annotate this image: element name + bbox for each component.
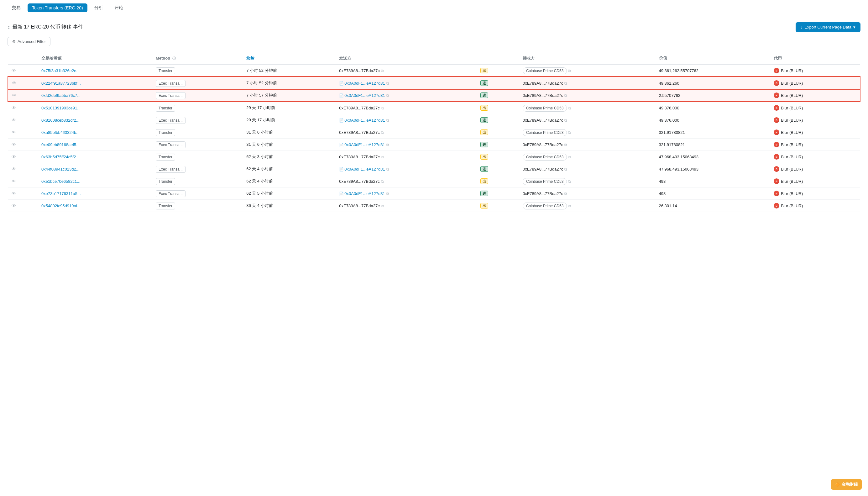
eye-icon[interactable]: 👁 [12, 167, 16, 171]
copy-icon[interactable]: ⧉ [568, 155, 571, 159]
eye-icon[interactable]: 👁 [12, 142, 16, 147]
to-address: 0xE789A8...77Bda27c [523, 118, 563, 123]
nav-item-交易[interactable]: 交易 [7, 3, 25, 13]
col-eye [8, 52, 37, 65]
copy-icon[interactable]: ⧉ [564, 143, 567, 147]
nav-item-评论[interactable]: 评论 [110, 3, 128, 13]
table-row: 👁0x81608ceb832df2...Exec Transa...29 天 1… [8, 114, 860, 126]
eye-icon[interactable]: 👁 [12, 191, 16, 196]
tx-hash-link[interactable]: 0xa85bfbb4ff3324b... [42, 130, 80, 135]
copy-icon[interactable]: ⧉ [568, 179, 571, 184]
value-text: 47,968,493.15068493 [659, 155, 699, 159]
nav-item-分析[interactable]: 分析 [90, 3, 108, 13]
copy-icon[interactable]: ⧉ [386, 118, 389, 123]
method-badge: Transfer [156, 129, 175, 136]
tx-hash-link[interactable]: 0x63b5d75ff24c5f2... [42, 155, 79, 159]
col-age[interactable]: 块龄 [243, 52, 335, 65]
tx-hash-link[interactable]: 0x44f08941c023d2... [42, 167, 79, 171]
eye-icon[interactable]: 👁 [12, 203, 16, 208]
from-address-link[interactable]: 0x0A0dF1...eA127d31 [344, 191, 385, 196]
tx-hash-link[interactable]: 0xfd2dbf9a5ba76c7... [42, 93, 81, 98]
copy-icon[interactable]: ⧉ [386, 167, 389, 171]
from-address-link[interactable]: 0x0A0dF1...eA127d31 [344, 142, 385, 147]
direction-out-badge: 出 [480, 68, 488, 73]
copy-icon[interactable]: ⧉ [381, 204, 384, 208]
copy-icon[interactable]: ⧉ [568, 130, 571, 135]
file-icon: 📄 [339, 118, 344, 123]
age-text: 29 天 17 小时前 [246, 118, 275, 122]
copy-icon[interactable]: ⧉ [568, 106, 571, 110]
copy-icon[interactable]: ⧉ [381, 179, 384, 184]
tx-hash-link[interactable]: 0xe73b17176311a5... [42, 191, 81, 196]
eye-icon[interactable]: 👁 [12, 105, 16, 110]
copy-icon[interactable]: ⧉ [564, 191, 567, 196]
title-row: ↕ 最新 17 ERC-20 代币 转移 事件 ↓ Export Current… [7, 22, 861, 32]
file-icon: 📄 [339, 81, 344, 86]
export-button[interactable]: ↓ Export Current Page Data ▾ [795, 22, 861, 32]
copy-icon[interactable]: ⧉ [564, 118, 567, 123]
method-badge: Exec Transa... [156, 166, 186, 173]
from-address: 0xE789A8...77Bda27c [339, 130, 380, 135]
eye-icon[interactable]: 👁 [12, 81, 16, 86]
token-icon: B [774, 68, 779, 73]
table-row: 👁0x75f3a31b326e2e...Transfer7 小时 52 分钟前0… [8, 65, 860, 77]
col-txhash: 交易哈希值 [37, 52, 152, 65]
tx-hash-link[interactable]: 0x224f91a877236bf... [42, 81, 81, 86]
copy-icon[interactable]: ⧉ [381, 69, 384, 73]
eye-icon[interactable]: 👁 [12, 93, 16, 98]
copy-icon[interactable]: ⧉ [386, 81, 389, 86]
value-text: 321.91780821 [659, 130, 685, 135]
col-dir [476, 52, 519, 65]
copy-icon[interactable]: ⧉ [564, 81, 567, 86]
copy-icon[interactable]: ⧉ [381, 130, 384, 135]
copy-icon[interactable]: ⧉ [568, 69, 571, 73]
value-text: 49,376,000 [659, 106, 679, 110]
eye-icon[interactable]: 👁 [12, 118, 16, 123]
eye-icon[interactable]: 👁 [12, 179, 16, 184]
tx-hash-link[interactable]: 0x75f3a31b326e2e... [42, 68, 80, 73]
tx-hash-link[interactable]: 0xe1bce70e6582c1... [42, 179, 80, 184]
age-text: 7 小时 52 分钟前 [246, 81, 277, 85]
copy-icon[interactable]: ⧉ [381, 155, 384, 159]
token-icon: B [774, 166, 779, 172]
method-info-icon: ⓘ [172, 57, 176, 60]
copy-icon[interactable]: ⧉ [386, 191, 389, 196]
file-icon: 📄 [339, 191, 344, 196]
value-text: 49,361,262.55707762 [659, 68, 699, 73]
advanced-filter-button[interactable]: ⊛ Advanced Filter [7, 37, 50, 46]
to-address: 0xE789A8...77Bda27c [523, 142, 563, 147]
token-badge: BBlur (BLUR) [774, 191, 856, 196]
token-badge: BBlur (BLUR) [774, 68, 856, 73]
chevron-down-icon: ▾ [853, 25, 855, 30]
value-text: 321.91780821 [659, 142, 685, 147]
eye-icon[interactable]: 👁 [12, 130, 16, 135]
eye-icon[interactable]: 👁 [12, 68, 16, 73]
copy-icon[interactable]: ⧉ [564, 167, 567, 171]
copy-icon[interactable]: ⧉ [381, 106, 384, 110]
tx-hash-link[interactable]: 0x81608ceb832df2... [42, 118, 79, 123]
coinbase-badge: Coinbase Prime CD53 [523, 129, 567, 136]
token-icon: B [774, 203, 779, 208]
copy-icon[interactable]: ⧉ [386, 93, 389, 98]
from-address: 0xE789A8...77Bda27c [339, 155, 380, 159]
token-icon: B [774, 129, 779, 135]
direction-out-badge: 出 [480, 129, 488, 135]
col-value: 价值 [655, 52, 770, 65]
copy-icon[interactable]: ⧉ [564, 93, 567, 98]
token-name: Blur (BLUR) [781, 155, 803, 159]
token-badge: BBlur (BLUR) [774, 142, 856, 148]
direction-in-badge: 进 [480, 80, 488, 86]
age-text: 62 天 4 小时前 [246, 167, 273, 171]
tx-hash-link[interactable]: 0xe09eb89168aef5... [42, 142, 80, 147]
from-address-link[interactable]: 0x0A0dF1...eA127d31 [344, 118, 385, 123]
from-address-link[interactable]: 0x0A0dF1...eA127d31 [344, 93, 385, 98]
filter-label: Advanced Filter [18, 39, 46, 44]
eye-icon[interactable]: 👁 [12, 154, 16, 159]
from-address-link[interactable]: 0x0A0dF1...eA127d31 [344, 167, 385, 171]
from-address-link[interactable]: 0x0A0dF1...eA127d31 [344, 81, 385, 86]
copy-icon[interactable]: ⧉ [386, 143, 389, 147]
nav-item-token-transfers-(erc-20)[interactable]: Token Transfers (ERC-20) [28, 3, 87, 12]
tx-hash-link[interactable]: 0x54802fc95d919af... [42, 203, 81, 208]
tx-hash-link[interactable]: 0x5101391903ce91... [42, 106, 81, 110]
copy-icon[interactable]: ⧉ [568, 204, 571, 208]
